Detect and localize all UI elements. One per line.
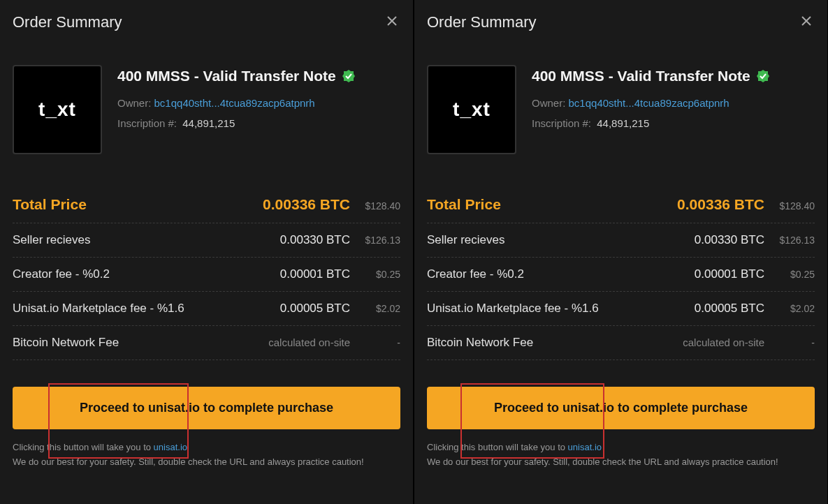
inscription-number: 44,891,215 <box>597 117 649 129</box>
marketplace-btc: 0.00005 BTC <box>259 302 350 316</box>
network-calc: calculated on-site <box>674 336 764 348</box>
owner-label: Owner: <box>532 97 565 109</box>
header: Order Summary <box>427 13 815 31</box>
creator-usd: $0.25 <box>350 269 400 280</box>
network-label: Bitcoin Network Fee <box>427 336 674 350</box>
item-row: t_xt 400 MMSS - Valid Transfer Note Owne… <box>13 65 400 154</box>
network-usd: - <box>764 337 815 348</box>
marketplace-fee-row: Unisat.io Marketplace fee - %1.6 0.00005… <box>427 292 815 326</box>
network-calc: calculated on-site <box>259 336 350 348</box>
header: Order Summary <box>13 13 400 31</box>
owner-address-link[interactable]: bc1qq40stht...4tcua89zacp6atpnrh <box>154 97 315 109</box>
order-summary-panel: Order Summary t_xt 400 MMSS - Valid Tran… <box>414 0 827 504</box>
total-usd: $128.40 <box>350 200 400 212</box>
creator-fee-row: Creator fee - %0.2 0.00001 BTC $0.25 <box>427 258 815 292</box>
item-row: t_xt 400 MMSS - Valid Transfer Note Owne… <box>427 65 815 154</box>
marketplace-label: Unisat.io Marketplace fee - %1.6 <box>427 302 674 316</box>
item-title-row: 400 MMSS - Valid Transfer Note <box>117 68 400 84</box>
marketplace-usd: $2.02 <box>764 303 815 314</box>
total-price-row: Total Price 0.00336 BTC $128.40 <box>13 186 400 223</box>
network-fee-row: Bitcoin Network Fee calculated on-site - <box>427 326 815 360</box>
total-usd: $128.40 <box>764 200 815 212</box>
network-fee-row: Bitcoin Network Fee calculated on-site - <box>13 326 400 360</box>
creator-btc: 0.00001 BTC <box>674 267 764 281</box>
network-label: Bitcoin Network Fee <box>13 336 259 350</box>
seller-label: Seller recieves <box>427 233 674 247</box>
seller-btc: 0.00330 BTC <box>259 233 350 247</box>
footnote-link[interactable]: unisat.io <box>568 442 602 452</box>
item-title: 400 MMSS - Valid Transfer Note <box>532 68 750 84</box>
total-price-row: Total Price 0.00336 BTC $128.40 <box>427 186 815 223</box>
seller-usd: $126.13 <box>350 235 400 246</box>
seller-receives-row: Seller recieves 0.00330 BTC $126.13 <box>13 223 400 258</box>
creator-btc: 0.00001 BTC <box>259 267 350 281</box>
proceed-button[interactable]: Proceed to unisat.io to complete purchas… <box>13 387 400 429</box>
close-icon <box>801 15 812 27</box>
marketplace-usd: $2.02 <box>350 303 400 314</box>
total-label: Total Price <box>427 196 674 213</box>
inscription-line: Inscription #: 44,891,215 <box>117 117 400 129</box>
inscription-label: Inscription #: <box>117 117 177 129</box>
footnote-prefix: Clicking this button will take you to <box>427 442 568 452</box>
marketplace-label: Unisat.io Marketplace fee - %1.6 <box>13 302 259 316</box>
item-title: 400 MMSS - Valid Transfer Note <box>117 68 336 84</box>
order-summary-panel: Order Summary t_xt 400 MMSS - Valid Tran… <box>0 0 413 504</box>
close-button[interactable] <box>384 13 400 31</box>
creator-label: Creator fee - %0.2 <box>427 267 674 281</box>
total-btc: 0.00336 BTC <box>259 196 350 213</box>
creator-fee-row: Creator fee - %0.2 0.00001 BTC $0.25 <box>13 258 400 292</box>
marketplace-fee-row: Unisat.io Marketplace fee - %1.6 0.00005… <box>13 292 400 326</box>
owner-address-link[interactable]: bc1qq40stht...4tcua89zacp6atpnrh <box>569 97 729 109</box>
svg-marker-0 <box>342 70 355 82</box>
inscription-number: 44,891,215 <box>182 117 235 129</box>
seller-usd: $126.13 <box>764 235 815 246</box>
footnote-caution: We do our best for your safety. Still, d… <box>13 457 364 467</box>
owner-line: Owner: bc1qq40stht...4tcua89zacp6atpnrh <box>117 97 400 109</box>
item-title-row: 400 MMSS - Valid Transfer Note <box>532 68 815 84</box>
footnote: Clicking this button will take you to un… <box>13 440 400 470</box>
seller-receives-row: Seller recieves 0.00330 BTC $126.13 <box>427 223 815 258</box>
item-info: 400 MMSS - Valid Transfer Note Owner: bc… <box>532 65 815 154</box>
footnote-link[interactable]: unisat.io <box>154 442 187 452</box>
creator-usd: $0.25 <box>764 269 815 280</box>
verified-icon <box>756 69 770 83</box>
svg-marker-1 <box>757 70 769 82</box>
inscription-label: Inscription #: <box>532 117 591 129</box>
owner-line: Owner: bc1qq40stht...4tcua89zacp6atpnrh <box>532 97 815 109</box>
verified-icon <box>342 69 356 83</box>
item-info: 400 MMSS - Valid Transfer Note Owner: bc… <box>117 65 400 154</box>
page-title: Order Summary <box>427 13 536 31</box>
marketplace-btc: 0.00005 BTC <box>674 302 764 316</box>
seller-label: Seller recieves <box>13 233 259 247</box>
item-thumbnail: t_xt <box>427 65 516 154</box>
total-btc: 0.00336 BTC <box>674 196 764 213</box>
seller-btc: 0.00330 BTC <box>674 233 764 247</box>
creator-label: Creator fee - %0.2 <box>13 267 259 281</box>
owner-label: Owner: <box>117 97 151 109</box>
close-button[interactable] <box>798 13 815 31</box>
inscription-line: Inscription #: 44,891,215 <box>532 117 815 129</box>
footnote-caution: We do our best for your safety. Still, d… <box>427 457 778 467</box>
proceed-button[interactable]: Proceed to unisat.io to complete purchas… <box>427 387 815 429</box>
network-usd: - <box>350 337 400 348</box>
footnote: Clicking this button will take you to un… <box>427 440 815 470</box>
page-title: Order Summary <box>13 13 122 31</box>
item-thumbnail: t_xt <box>13 65 102 154</box>
close-icon <box>386 15 398 27</box>
total-label: Total Price <box>13 196 259 213</box>
footnote-prefix: Clicking this button will take you to <box>13 442 154 452</box>
